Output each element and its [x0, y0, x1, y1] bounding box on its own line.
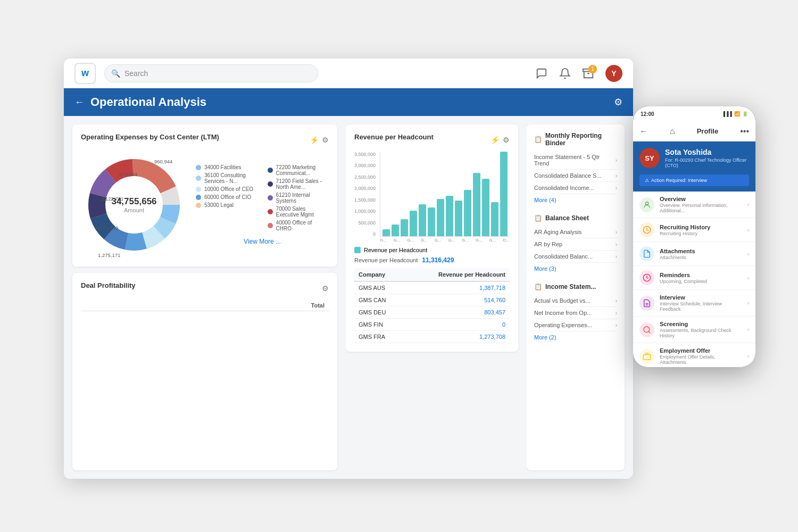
more-link-2[interactable]: More (3)	[534, 263, 617, 275]
binder-item-income-stmt[interactable]: Income Statement - 5 Qtr Trend ›	[534, 151, 617, 170]
bar-4	[410, 211, 417, 236]
x-label-10: O...	[503, 238, 510, 243]
bar-14	[500, 152, 508, 236]
x-label-3: G...	[407, 238, 414, 243]
menu-item-employment[interactable]: Employment Offer Employment Offer Detail…	[633, 343, 755, 367]
chevron-icon-4: ›	[616, 229, 617, 235]
view-more-link[interactable]: View More ...	[196, 234, 329, 245]
legend-label-7: 71200 Field Sales - North Ame...	[276, 178, 329, 190]
menu-item-screening[interactable]: Screening Assessments, Background Check …	[633, 317, 755, 343]
settings-icon[interactable]: ⚙	[614, 96, 622, 108]
menu-chevron-interview: ›	[747, 300, 749, 306]
binder-net-income[interactable]: Net Income from Op... ›	[534, 307, 617, 319]
more-link-3[interactable]: More (2)	[534, 331, 617, 343]
svg-point-13	[645, 202, 648, 204]
menu-item-interview[interactable]: Interview Interview Schedule, Interview …	[633, 290, 755, 317]
revenue-company-4: GMS FIN	[354, 319, 404, 331]
binder-ar-aging-text: AR Aging Analysis	[534, 229, 581, 235]
deal-col-empty	[81, 300, 150, 311]
filter-icon[interactable]: ⚡	[310, 136, 319, 144]
phone-back-icon[interactable]: ←	[639, 127, 648, 136]
legend-item-6: 72200 Marketing Communicat...	[268, 164, 329, 176]
gear-icon[interactable]: ⚙	[322, 136, 329, 144]
binder-item-balance[interactable]: Consolidated Balance S... ›	[534, 170, 617, 182]
binder-item-income[interactable]: Consolidated Income... ›	[534, 182, 617, 194]
chevron-icon-8: ›	[616, 310, 617, 316]
menu-item-text-reminders: Reminders Upcoming, Completed	[660, 272, 742, 284]
header-bar: ← Operational Analysis ⚙	[64, 88, 633, 116]
filter-icon-revenue[interactable]: ⚡	[491, 136, 500, 144]
profile-info: Sota Yoshida For: R-00293 Chief Technolo…	[665, 148, 749, 168]
legend-dot-9	[268, 209, 273, 214]
screening-sub: Assessments, Background Check History	[660, 328, 742, 338]
binder-actual-vs[interactable]: Actual vs Budget vs... ›	[534, 295, 617, 307]
chat-icon[interactable]	[535, 67, 548, 80]
legend-dot-2	[196, 176, 201, 181]
recruiting-title: Recruiting History	[660, 224, 742, 230]
back-button[interactable]: ←	[74, 97, 84, 108]
more-link-1[interactable]: More (4)	[534, 194, 617, 206]
inbox-icon[interactable]: 1	[582, 67, 595, 80]
legend-col-2: 72200 Marketing Communicat... 71200 Fiel…	[268, 164, 329, 231]
gear-icon-revenue[interactable]: ⚙	[503, 136, 510, 144]
income-icon: 📋	[534, 283, 542, 290]
bar-9	[455, 201, 462, 236]
card-actions-revenue[interactable]: ⚡ ⚙	[491, 136, 510, 144]
binder-item-balance-text: Consolidated Balance S...	[534, 172, 602, 179]
bar-chart-container: 3,500,000 3,000,000 2,500,000 2,000,000 …	[354, 152, 510, 243]
bar-chart-area-wrapper: G... G... G... G... G... G... G... G... …	[380, 152, 510, 243]
employment-sub: Employment Offer Details, Attachments	[660, 354, 742, 365]
revenue-total-label: Revenue per Headcount	[354, 257, 418, 263]
deal-table: Total	[81, 300, 329, 311]
deal-settings-icon[interactable]: ⚙	[322, 284, 329, 293]
revenue-legend-label: Revenue per Headcount	[364, 247, 427, 253]
binder-op-expenses-text: Operating Expenses...	[534, 322, 592, 328]
y-label-6: 1,000,000	[354, 209, 376, 214]
revenue-row-2: GMS CAN 514,760	[354, 294, 510, 306]
attachments-icon	[639, 246, 654, 261]
bar-5	[419, 204, 426, 236]
binder-op-expenses[interactable]: Operating Expenses... ›	[534, 319, 617, 331]
card-actions-expenses[interactable]: ⚡ ⚙	[310, 136, 329, 144]
menu-item-recruiting[interactable]: Recruiting History Recruiting History ›	[633, 218, 755, 242]
revenue-value-2: 514,760	[404, 294, 510, 306]
middle-panel: Revenue per Headcount ⚡ ⚙ 3,500,000 3,00…	[346, 116, 527, 479]
logo: w	[81, 68, 89, 79]
legend-item-1: 34000 Facilities	[196, 164, 257, 170]
revenue-total: Revenue per Headcount 11,316,429	[354, 256, 510, 264]
bar-6	[428, 207, 435, 236]
signal-icon: ▐▐▐	[722, 111, 732, 117]
attachments-title: Attachments	[660, 248, 742, 254]
revenue-company-5: GMS FRA	[354, 331, 404, 343]
phone-more-icon[interactable]: •••	[740, 127, 749, 136]
menu-item-attachments[interactable]: Attachments Attachments ›	[633, 242, 755, 266]
binder-item-income-text2: Consolidated Income...	[534, 185, 594, 191]
svg-line-19	[649, 331, 650, 333]
binder-ar-rep[interactable]: AR by Rep ›	[534, 238, 617, 251]
revenue-card-title: Revenue per Headcount	[354, 133, 434, 141]
deal-col-total: Total	[150, 300, 329, 311]
card-actions-deal[interactable]: ⚙	[322, 284, 329, 293]
x-label-9: G...	[489, 238, 496, 243]
search-bar[interactable]: 🔍 Search	[104, 64, 318, 82]
binder-actual-vs-text: Actual vs Budget vs...	[534, 297, 591, 304]
donut-wrapper: 960,944 973,544 1,122,781 1,170,840 1,27…	[81, 152, 187, 258]
search-icon: 🔍	[111, 69, 120, 78]
chevron-icon-1: ›	[616, 157, 617, 163]
bell-icon[interactable]	[559, 67, 571, 80]
binder-consol-bal[interactable]: Consolidated Balanc... ›	[534, 251, 617, 263]
logo-container[interactable]: w	[74, 63, 96, 84]
binder-ar-aging[interactable]: AR Aging Analysis ›	[534, 226, 617, 238]
binder-income-title: 📋 Income Statem...	[534, 283, 617, 290]
legend-dot-5	[196, 203, 201, 208]
menu-item-overview[interactable]: Overview Overview, Personal Information,…	[633, 192, 755, 218]
menu-item-reminders[interactable]: Reminders Upcoming, Completed ›	[633, 266, 755, 290]
inbox-badge: 1	[588, 65, 597, 73]
left-panel: Operating Expenses by Cost Center (LTM) …	[64, 116, 346, 479]
chevron-icon-2: ›	[616, 173, 617, 179]
action-banner-inner[interactable]: ⚠ Action Required: Interview	[639, 174, 749, 186]
user-avatar[interactable]: Y	[605, 65, 622, 82]
reminders-sub: Upcoming, Completed	[660, 279, 742, 284]
phone-home-icon[interactable]: ⌂	[670, 127, 675, 136]
page-container: w 🔍 Search	[0, 0, 798, 532]
